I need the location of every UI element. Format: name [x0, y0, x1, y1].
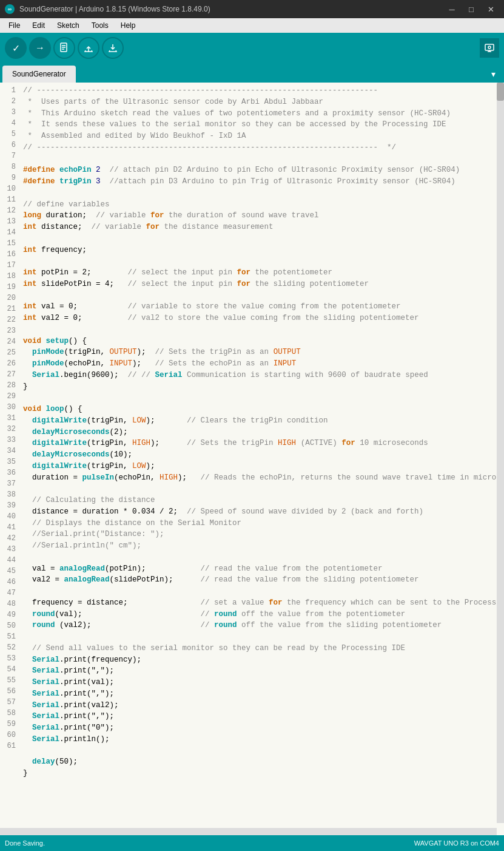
code-line-48: round (val2); // round off the value fro… — [23, 620, 499, 631]
code-line-32: digitalWrite(trigPin, HIGH); // Sets the… — [23, 438, 499, 449]
code-line-7 — [23, 154, 499, 165]
tab-dropdown-button[interactable]: ▾ — [485, 66, 502, 83]
code-line-58: Serial.println(); — [23, 734, 499, 745]
vertical-scrollbar[interactable] — [497, 83, 504, 823]
code-line-15: int frequency; — [23, 245, 499, 256]
code-line-36 — [23, 483, 499, 495]
verify-button[interactable]: ✓ — [5, 37, 27, 59]
code-line-19 — [23, 290, 499, 302]
code-line-47: round(val); // round off the value from … — [23, 609, 499, 620]
code-line-31: delayMicroseconds(2); — [23, 427, 499, 438]
code-line-38: distance = duration * 0.034 / 2; // Spee… — [23, 506, 499, 518]
minimize-button[interactable]: ─ — [443, 3, 460, 15]
titlebar: ∞ SoundGenerator | Arduino 1.8.15 (Windo… — [0, 0, 504, 18]
code-line-42 — [23, 552, 499, 563]
code-line-27: } — [23, 381, 499, 393]
code-line-45 — [23, 586, 499, 597]
code-line-59 — [23, 745, 499, 757]
line-numbers: 1234567891011121314151617181920212223242… — [0, 83, 18, 835]
code-line-55: Serial.print(val2); — [23, 700, 499, 711]
code-line-41: //Serial.println(" cm"); — [23, 540, 499, 552]
code-line-61: } — [23, 768, 499, 779]
code-line-5: * Assembled and edited by Wido Beukhof -… — [23, 131, 499, 142]
code-line-17: int potPin = 2; // select the input pin … — [23, 267, 499, 279]
svg-rect-6 — [485, 44, 494, 50]
code-line-57: Serial.print("0"); — [23, 722, 499, 734]
code-line-13: int distance; // variable for the distan… — [23, 222, 499, 233]
code-line-22 — [23, 324, 499, 336]
serial-monitor-button[interactable] — [480, 38, 499, 58]
code-line-39: // Displays the distance on the Serial M… — [23, 518, 499, 529]
menu-tools[interactable]: Tools — [86, 18, 115, 33]
code-line-3: * This Arduino sketch read the values of… — [23, 108, 499, 120]
code-line-8: #define echoPin 2 // attach pin D2 Ardui… — [23, 164, 499, 176]
code-line-40: //Serial.print("Distance: "); — [23, 529, 499, 540]
code-line-44: val2 = analogRead(slidePotPin); // read … — [23, 574, 499, 586]
menu-file[interactable]: File — [2, 18, 26, 33]
code-line-37: // Calculating the distance — [23, 495, 499, 506]
code-editor[interactable]: // -------------------------------------… — [18, 83, 504, 835]
close-button[interactable]: ✕ — [482, 3, 499, 15]
open-button[interactable] — [78, 37, 99, 59]
code-line-1: // -------------------------------------… — [23, 85, 499, 97]
code-line-10 — [23, 188, 499, 199]
code-line-26: Serial.begin(9600); // // Serial Communi… — [23, 370, 499, 381]
code-line-25: pinMode(echoPin, INPUT); // Sets the ech… — [23, 358, 499, 370]
code-line-2: * Uses parts of the Ultrasonic sensor co… — [23, 97, 499, 108]
status-message: Done Saving. — [5, 839, 414, 847]
scrollbar-thumb[interactable] — [497, 83, 504, 101]
board-info: WAVGAT UNO R3 on COM4 — [414, 839, 499, 847]
code-line-56: Serial.print(","); — [23, 711, 499, 722]
code-line-30: digitalWrite(trigPin, LOW); // Clears th… — [23, 415, 499, 427]
app-logo: ∞ — [5, 4, 15, 14]
active-tab[interactable]: SoundGenerator — [2, 66, 76, 83]
maximize-button[interactable]: □ — [463, 3, 480, 15]
code-line-20: int val = 0; // variable to store the va… — [23, 301, 499, 313]
code-line-46: frequency = distance; // set a value for… — [23, 597, 499, 609]
code-line-28 — [23, 392, 499, 404]
code-line-21: int val2 = 0; // val2 to store the value… — [23, 313, 499, 324]
window-controls: ─ □ ✕ — [443, 3, 499, 15]
code-line-50: // Send all values to the serial monitor… — [23, 643, 499, 654]
code-line-53: Serial.print(val); — [23, 677, 499, 688]
statusbar: Done Saving. WAVGAT UNO R3 on COM4 — [0, 835, 504, 851]
menu-sketch[interactable]: Sketch — [51, 18, 86, 33]
horizontal-scrollbar[interactable] — [0, 828, 497, 835]
code-line-49 — [23, 631, 499, 643]
code-line-6: // -------------------------------------… — [23, 142, 499, 154]
code-line-35: duration = pulseIn(echoPin, HIGH); // Re… — [23, 472, 499, 484]
code-line-54: Serial.print(","); — [23, 688, 499, 700]
code-line-4: * It sends these values to the serial mo… — [23, 119, 499, 131]
code-line-9: #define trigPin 3 //attach pin D3 Arduin… — [23, 176, 499, 188]
svg-point-7 — [488, 46, 491, 49]
code-line-60: delay(50); — [23, 756, 499, 768]
tabbar: SoundGenerator ▾ — [0, 63, 504, 83]
editor-container: 1234567891011121314151617181920212223242… — [0, 83, 504, 835]
code-line-18: int slidePotPin = 4; // select the input… — [23, 279, 499, 290]
code-line-34: digitalWrite(trigPin, LOW); — [23, 461, 499, 472]
upload-button[interactable]: → — [29, 37, 51, 59]
code-line-14 — [23, 233, 499, 245]
code-line-11: // define variables — [23, 199, 499, 211]
code-line-52: Serial.print(","); — [23, 665, 499, 677]
code-line-51: Serial.print(frequency); — [23, 654, 499, 666]
code-line-33: delayMicroseconds(10); — [23, 449, 499, 461]
save-button[interactable] — [102, 37, 124, 59]
code-line-29: void loop() { — [23, 404, 499, 415]
window-title: SoundGenerator | Arduino 1.8.15 (Windows… — [19, 5, 438, 13]
new-button[interactable] — [53, 37, 75, 59]
code-line-16 — [23, 256, 499, 267]
menu-edit[interactable]: Edit — [26, 18, 51, 33]
code-line-24: pinMode(trigPin, OUTPUT); // Sets the tr… — [23, 347, 499, 358]
code-line-43: val = analogRead(potPin); // read the va… — [23, 563, 499, 575]
code-line-23: void setup() { — [23, 336, 499, 347]
code-line-12: long duration; // variable for the durat… — [23, 210, 499, 222]
menubar: File Edit Sketch Tools Help — [0, 18, 504, 33]
menu-help[interactable]: Help — [115, 18, 142, 33]
toolbar: ✓ → — [0, 33, 504, 63]
